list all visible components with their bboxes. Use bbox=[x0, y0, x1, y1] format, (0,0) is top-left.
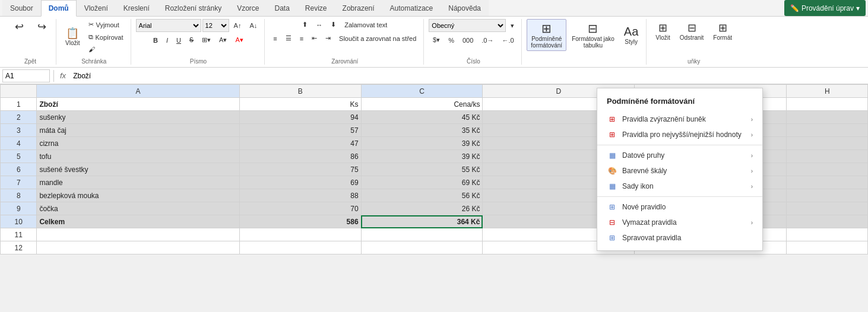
cell-b[interactable]: 86 bbox=[239, 150, 361, 163]
cell-h[interactable] bbox=[787, 137, 868, 150]
row-number[interactable]: 2 bbox=[1, 111, 37, 124]
align-left-button[interactable]: ≡ bbox=[270, 33, 280, 44]
cf-menu-item-databars[interactable]: ▦ Datové pruhy › bbox=[597, 148, 762, 163]
cell-c[interactable]: 45 Kč bbox=[361, 111, 483, 124]
cell-b[interactable] bbox=[239, 228, 361, 241]
tab-soubor[interactable]: Soubor bbox=[2, 0, 41, 16]
cell-b[interactable]: 94 bbox=[239, 111, 361, 124]
tab-automatizace[interactable]: Automatizace bbox=[382, 0, 441, 16]
paste-button[interactable]: 📋 Vložit bbox=[61, 26, 84, 49]
cell-h[interactable] bbox=[787, 215, 868, 228]
cell-c[interactable]: Cena/ks bbox=[361, 98, 483, 111]
format-painter-button[interactable]: 🖌 bbox=[85, 44, 126, 55]
decrease-decimal-button[interactable]: ←.0 bbox=[498, 35, 517, 46]
cell-c[interactable]: 26 Kč bbox=[361, 202, 483, 215]
tab-zobrazeni[interactable]: Zobrazení bbox=[335, 0, 382, 16]
cell-a[interactable]: tofu bbox=[37, 150, 239, 163]
cell-b[interactable]: Ks bbox=[239, 98, 361, 111]
undo-button[interactable]: ↩ bbox=[8, 19, 30, 36]
tab-vlozeni[interactable]: Vložení bbox=[77, 0, 116, 16]
increase-font-button[interactable]: A↑ bbox=[230, 20, 245, 31]
cell-b[interactable] bbox=[239, 241, 361, 254]
tab-kresleni[interactable]: Kreslení bbox=[116, 0, 157, 16]
cell-h[interactable] bbox=[787, 176, 868, 189]
font-family-select[interactable]: Arial bbox=[136, 19, 201, 32]
row-number[interactable]: 5 bbox=[1, 150, 37, 163]
cf-menu-item-highlight[interactable]: ⊞ Pravidla zvýraznění buněk › bbox=[597, 112, 762, 127]
row-number[interactable]: 7 bbox=[1, 176, 37, 189]
tab-revize[interactable]: Revize bbox=[297, 0, 335, 16]
fill-color-button[interactable]: A▾ bbox=[216, 34, 230, 46]
cell-h[interactable] bbox=[787, 228, 868, 241]
cell-a[interactable]: máta čaj bbox=[37, 124, 239, 137]
decrease-font-button[interactable]: A↓ bbox=[246, 20, 261, 31]
tab-vzorce[interactable]: Vzorce bbox=[229, 0, 267, 16]
styles-button[interactable]: Aa Styly bbox=[620, 23, 642, 47]
cell-a[interactable] bbox=[37, 241, 239, 254]
strikethrough-button[interactable]: S̶ bbox=[186, 34, 197, 46]
cell-b[interactable]: 69 bbox=[239, 176, 361, 189]
row-number[interactable]: 8 bbox=[1, 189, 37, 202]
cell-c[interactable]: 35 Kč bbox=[361, 124, 483, 137]
cell-c[interactable]: 364 Kč bbox=[361, 215, 483, 228]
row-number[interactable]: 1 bbox=[1, 98, 37, 111]
cell-b[interactable]: 586 bbox=[239, 215, 361, 228]
col-header-h[interactable]: H bbox=[787, 85, 868, 98]
format-as-table-button[interactable]: ⊟ Formátovat jako tabulku bbox=[568, 19, 619, 51]
copy-button[interactable]: ⧉ Kopírovat bbox=[85, 31, 126, 43]
cf-menu-item-iconsets[interactable]: ▦ Sady ikon › bbox=[597, 179, 762, 194]
merge-center-button[interactable]: Sloučit a zarovnat na střed bbox=[335, 33, 420, 44]
cell-h[interactable] bbox=[787, 111, 868, 124]
comma-button[interactable]: 000 bbox=[459, 35, 477, 46]
decrease-indent-button[interactable]: ⇤ bbox=[308, 33, 321, 44]
cell-a[interactable]: mandle bbox=[37, 176, 239, 189]
borders-button[interactable]: ⊞▾ bbox=[198, 34, 214, 46]
font-color-button[interactable]: A▾ bbox=[232, 34, 246, 46]
cell-c[interactable]: 39 Kč bbox=[361, 137, 483, 150]
insert-cells-button[interactable]: ⊞ Vložit bbox=[651, 19, 674, 43]
format-cells-button[interactable]: ⊞ Formát bbox=[709, 19, 736, 43]
increase-decimal-button[interactable]: .0→ bbox=[478, 35, 497, 46]
italic-button[interactable]: I bbox=[163, 35, 172, 46]
cf-menu-item-clearrules[interactable]: ⊟ Vymazat pravidla › bbox=[597, 215, 762, 230]
row-number[interactable]: 4 bbox=[1, 137, 37, 150]
cell-h[interactable] bbox=[787, 241, 868, 254]
align-right-button[interactable]: ≡ bbox=[296, 33, 307, 44]
cell-a[interactable]: sušené švestky bbox=[37, 163, 239, 176]
number-format-dropdown[interactable]: ▾ bbox=[507, 20, 518, 31]
cell-a[interactable]: Celkem bbox=[37, 215, 239, 228]
redo-button[interactable]: ↪ bbox=[31, 19, 52, 36]
tab-data[interactable]: Data bbox=[267, 0, 297, 16]
currency-button[interactable]: $▾ bbox=[429, 34, 443, 46]
tab-rozlozeni[interactable]: Rozložení stránky bbox=[157, 0, 229, 16]
cell-h[interactable] bbox=[787, 150, 868, 163]
cell-h[interactable] bbox=[787, 163, 868, 176]
cell-c[interactable]: 56 Kč bbox=[361, 189, 483, 202]
cell-b[interactable]: 75 bbox=[239, 163, 361, 176]
cell-c[interactable] bbox=[361, 241, 483, 254]
conditional-formatting-button[interactable]: ⊞ Podmíněné formátování bbox=[527, 19, 566, 51]
cell-b[interactable]: 47 bbox=[239, 137, 361, 150]
align-center-button[interactable]: ☰ bbox=[282, 33, 295, 44]
cell-h[interactable] bbox=[787, 189, 868, 202]
col-header-b[interactable]: B bbox=[239, 85, 361, 98]
number-format-select[interactable]: Obecný bbox=[429, 19, 506, 32]
align-middle-button[interactable]: ↔ bbox=[312, 20, 326, 30]
cell-b[interactable]: 70 bbox=[239, 202, 361, 215]
row-number[interactable]: 6 bbox=[1, 163, 37, 176]
cf-menu-item-managerules[interactable]: ⊞ Spravovat pravidla bbox=[597, 230, 762, 246]
cell-c[interactable]: 55 Kč bbox=[361, 163, 483, 176]
row-number[interactable]: 3 bbox=[1, 124, 37, 137]
cf-menu-item-topbottom[interactable]: ⊞ Pravidla pro nejvyšší/nejnižší hodnoty… bbox=[597, 127, 762, 142]
align-top-button[interactable]: ⬆ bbox=[299, 19, 311, 30]
increase-indent-button[interactable]: ⇥ bbox=[322, 33, 334, 44]
editing-mode-button[interactable]: ✏️ Provádění úprav ▾ bbox=[784, 0, 866, 16]
cell-b[interactable]: 88 bbox=[239, 189, 361, 202]
underline-button[interactable]: U bbox=[173, 35, 185, 46]
cell-c[interactable]: 69 Kč bbox=[361, 176, 483, 189]
row-number[interactable]: 10 bbox=[1, 215, 37, 228]
cf-menu-item-newrule[interactable]: ⊞ Nové pravidlo bbox=[597, 199, 762, 215]
tab-napoveda[interactable]: Nápověda bbox=[441, 0, 489, 16]
cell-a[interactable]: bezlepková mouka bbox=[37, 189, 239, 202]
cut-button[interactable]: ✂ Vyjmout bbox=[85, 19, 126, 30]
